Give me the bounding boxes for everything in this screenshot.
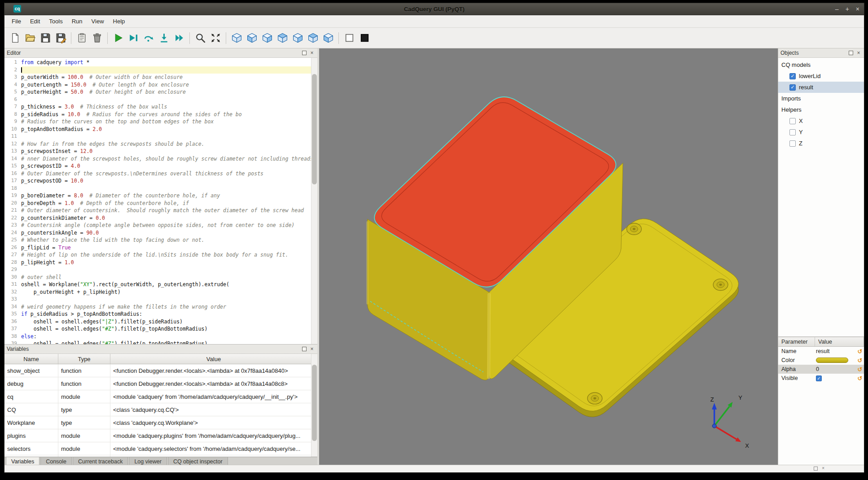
editor-line[interactable]: 22p_countersinkDiameter = 0.0 [4,214,317,222]
checkbox[interactable] [789,129,796,135]
editor-line[interactable]: 15p_screwpostID = 4.0 [4,162,317,170]
editor-line[interactable]: 19p_boreDiameter = 8.0 # Diameter of the… [4,192,317,200]
cube-bottom-icon[interactable] [320,30,336,47]
variable-row[interactable]: Workplanetype<class 'cadquery.cq.Workpla… [4,416,317,429]
statusbar-close-icon[interactable]: × [822,466,824,471]
param-value[interactable]: result [815,348,856,354]
editor-line[interactable]: 13p_screwpostInset = 12.0 [4,148,317,155]
fit-all-icon[interactable] [208,30,223,47]
menu-run[interactable]: Run [67,16,87,26]
editor-line[interactable]: 39 oshell = oshell.edges("#Z").fillet(p_… [4,340,317,344]
editor-line[interactable]: 18 [4,185,317,192]
wireframe-icon[interactable] [342,30,357,47]
menu-edit[interactable]: Edit [26,16,44,26]
checkbox[interactable]: ✓ [789,84,796,91]
variables-column-header[interactable]: Name [4,354,58,364]
step-over-icon[interactable] [141,30,156,47]
variables-close-button[interactable]: × [309,346,315,352]
variables-float-button[interactable] [301,346,307,352]
editor-line[interactable]: 11 [4,133,317,140]
parameters-column-header[interactable]: Parameter [778,337,815,346]
editor-line[interactable]: 30# outer shell [4,274,317,281]
checkbox[interactable]: ✓ [789,73,796,79]
editor-line[interactable]: 9# Radius for the curves on the top and … [4,118,317,126]
tree-item-result[interactable]: ✓result [778,82,864,93]
editor-line[interactable]: 3p_outerWidth = 100.0 # Outer width of b… [4,74,317,81]
tree-item-y[interactable]: Y [778,127,864,138]
cube-iso-icon[interactable] [229,30,244,47]
reset-icon[interactable]: ↺ [856,366,864,373]
visible-checkbox[interactable]: ✓ [816,375,822,381]
editor-line[interactable]: 27# Height of lip on the underside of th… [4,251,317,259]
continue-icon[interactable] [171,30,187,47]
menu-tools[interactable]: Tools [44,16,67,26]
editor-line[interactable]: 36 oshell = oshell.edges("|Z").fillet(p_… [4,318,317,326]
editor-line[interactable]: 14# nner Diameter of the screwpost holes… [4,155,317,163]
editor-line[interactable]: 28p_lipHeight = 1.0 [4,259,317,266]
editor-line[interactable]: 32 p_outerHeight + p_lipHeight) [4,288,317,296]
trash-icon[interactable] [89,30,105,47]
cube-front-icon[interactable] [244,30,259,47]
objects-close-button[interactable]: × [855,50,862,56]
reset-icon[interactable]: ↺ [856,348,864,355]
editor-line[interactable]: 7p_thickness = 3.0 # Thickness of the bo… [4,103,317,111]
reset-icon[interactable]: ↺ [856,375,864,382]
param-value[interactable] [815,358,856,363]
render-icon[interactable] [110,30,126,47]
maximize-button[interactable]: + [846,6,849,12]
cube-left-icon[interactable] [275,30,290,47]
editor-line[interactable]: 6 [4,96,317,104]
debug-icon[interactable] [126,30,141,47]
reset-icon[interactable]: ↺ [856,357,864,364]
variables-scrollbar-thumb[interactable] [312,365,317,441]
cube-right-icon[interactable] [290,30,305,47]
menu-file[interactable]: File [7,16,26,26]
code-editor[interactable]: 1from cadquery import *23p_outerWidth = … [4,58,317,344]
editor-line[interactable]: 8p_sideRadius = 10.0 # Radius for the cu… [4,111,317,118]
titlebar[interactable]: cq CadQuery GUI (PyQT) – + × [4,3,864,15]
checkbox[interactable] [789,140,796,147]
save-as-icon[interactable] [53,30,68,47]
editor-line[interactable]: 10p_topAndBottomRadius = 2.0 [4,126,317,133]
variables-scrollbar[interactable] [311,354,317,457]
param-row-alpha[interactable]: Alpha0↺ [778,365,864,374]
menu-view[interactable]: View [87,16,109,26]
editor-line[interactable]: 2 [4,66,317,74]
variable-row[interactable]: cqmodule<module 'cadquery' from '/home/a… [4,390,317,403]
editor-line[interactable]: 4p_outerLength = 150.0 # Outer length of… [4,81,317,89]
param-row-visible[interactable]: Visible✓↺ [778,374,864,383]
editor-line[interactable]: 16# Outer Diameter of the screwposts.\nD… [4,170,317,178]
editor-line[interactable]: 20p_boreDepth = 1.0 # Depth of the count… [4,200,317,207]
minimize-button[interactable]: – [835,6,839,12]
parameters-column-header[interactable]: Value [815,337,864,346]
step-into-icon[interactable] [156,30,171,47]
shaded-icon[interactable] [357,30,372,47]
new-file-icon[interactable] [7,30,22,47]
editor-line[interactable]: 25# Whether to place the lid with the to… [4,236,317,244]
save-icon[interactable] [38,30,53,47]
statusbar-float-icon[interactable] [814,467,818,471]
editor-line[interactable]: 31oshell = Workplane("XY").rect(p_outerW… [4,281,317,288]
editor-line[interactable]: 24p_countersinkAngle = 90.0 [4,229,317,237]
open-file-icon[interactable] [22,30,38,47]
menu-help[interactable]: Help [109,16,130,26]
color-swatch[interactable] [816,358,848,363]
variable-row[interactable]: debugfunction<function Debugger.render.<… [4,377,317,390]
editor-scrollbar[interactable] [311,58,317,344]
editor-line[interactable]: 1from cadquery import * [4,59,317,66]
checkbox[interactable] [789,118,796,124]
editor-line[interactable]: 26p_flipLid = True [4,244,317,252]
editor-line[interactable]: 33 [4,296,317,303]
param-row-color[interactable]: Color↺ [778,356,864,365]
editor-close-button[interactable]: × [309,50,315,56]
tree-item-x[interactable]: X [778,115,864,127]
cube-top-icon[interactable] [305,30,320,47]
variable-row[interactable]: show_objectfunction<function Debugger.re… [4,364,317,377]
editor-line[interactable]: 37 oshell = oshell.edges("#Z").fillet(p_… [4,325,317,333]
tree-item-z[interactable]: Z [778,138,864,149]
tree-item-lowerlid[interactable]: ✓lowerLid [778,70,864,82]
param-value[interactable]: 0 [815,366,856,372]
tree-node-cq-models[interactable]: CQ models [778,59,864,70]
variable-row[interactable]: pluginsmodule<module 'cadquery.plugins' … [4,429,317,442]
editor-line[interactable]: 12# How far in from the edges the screwp… [4,140,317,148]
